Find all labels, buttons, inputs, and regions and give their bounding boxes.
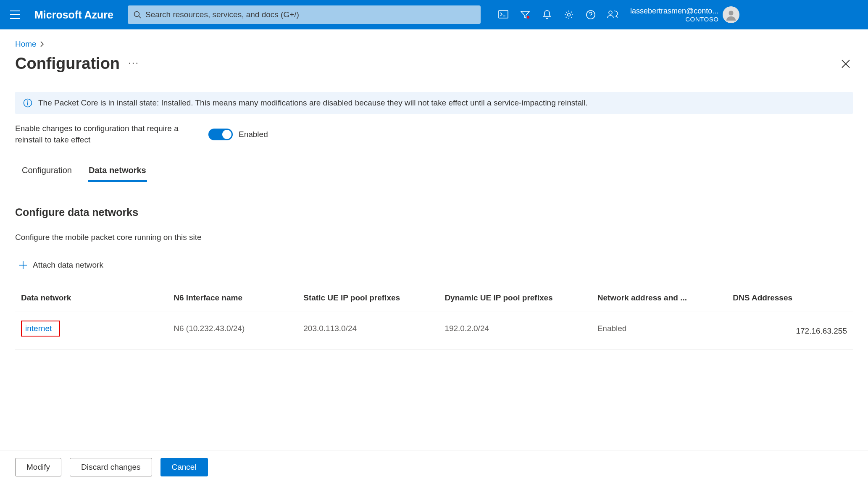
col-static-ue[interactable]: Static UE IP pool prefixes bbox=[303, 293, 440, 302]
chevron-right-icon bbox=[40, 41, 44, 47]
tabs: Configuration Data networks bbox=[15, 162, 853, 182]
svg-line-1 bbox=[139, 16, 141, 18]
col-dynamic-ue[interactable]: Dynamic UE IP pool prefixes bbox=[445, 293, 593, 302]
close-icon[interactable] bbox=[839, 57, 853, 71]
info-banner-text: The Packet Core is in install state: Ins… bbox=[38, 98, 588, 108]
settings-icon[interactable] bbox=[559, 5, 579, 25]
cancel-button[interactable]: Cancel bbox=[160, 458, 208, 476]
directory-filter-icon[interactable] bbox=[515, 5, 535, 25]
table-row: internet N6 (10.232.43.0/24) 203.0.113.0… bbox=[15, 311, 853, 350]
info-icon bbox=[23, 98, 32, 108]
svg-point-3 bbox=[527, 16, 529, 18]
svg-point-6 bbox=[609, 11, 612, 14]
avatar[interactable] bbox=[723, 6, 739, 23]
help-icon[interactable] bbox=[581, 5, 601, 25]
top-bar: Microsoft Azure lassebertrasmen@conto... bbox=[0, 0, 868, 29]
col-dns[interactable]: DNS Addresses bbox=[733, 293, 847, 302]
col-data-network[interactable]: Data network bbox=[21, 293, 169, 302]
col-nat[interactable]: Network address and ... bbox=[597, 293, 729, 302]
cell-dns: 172.16.63.255 bbox=[733, 321, 847, 336]
breadcrumb: Home bbox=[15, 39, 853, 49]
svg-point-4 bbox=[567, 13, 570, 16]
svg-rect-2 bbox=[499, 11, 508, 18]
cell-n6: N6 (10.232.43.0/24) bbox=[174, 324, 299, 333]
tab-data-networks[interactable]: Data networks bbox=[88, 162, 147, 182]
data-network-link[interactable]: internet bbox=[21, 321, 60, 337]
page-title: Configuration bbox=[15, 55, 120, 73]
enable-changes-label: Enable changes to configuration that req… bbox=[15, 123, 183, 145]
svg-rect-10 bbox=[27, 103, 28, 105]
attach-data-network-label: Attach data network bbox=[33, 260, 103, 270]
footer-actions: Modify Discard changes Cancel bbox=[0, 450, 868, 484]
enable-changes-state: Enabled bbox=[239, 130, 268, 139]
menu-icon[interactable] bbox=[5, 11, 25, 19]
tab-configuration[interactable]: Configuration bbox=[21, 162, 73, 182]
feedback-icon[interactable] bbox=[602, 5, 623, 25]
discard-button[interactable]: Discard changes bbox=[70, 458, 152, 476]
brand-label[interactable]: Microsoft Azure bbox=[29, 9, 124, 21]
account-email: lassebertrasmen@conto... bbox=[630, 7, 718, 16]
modify-button[interactable]: Modify bbox=[15, 458, 61, 476]
svg-point-9 bbox=[27, 100, 29, 102]
svg-point-7 bbox=[729, 11, 734, 16]
cloud-shell-icon[interactable] bbox=[493, 5, 513, 25]
more-icon[interactable]: ··· bbox=[128, 57, 139, 71]
notifications-icon[interactable] bbox=[537, 5, 557, 25]
cell-dynamic: 192.0.2.0/24 bbox=[445, 324, 593, 333]
account-control[interactable]: lassebertrasmen@conto... CONTOSO bbox=[630, 6, 741, 23]
svg-point-0 bbox=[134, 12, 139, 17]
data-networks-table: Data network N6 interface name Static UE… bbox=[15, 293, 853, 350]
info-banner: The Packet Core is in install state: Ins… bbox=[15, 92, 853, 114]
attach-data-network-button[interactable]: Attach data network bbox=[15, 258, 107, 272]
search-icon bbox=[134, 11, 141, 18]
table-header: Data network N6 interface name Static UE… bbox=[15, 293, 853, 311]
section-description: Configure the mobile packet core running… bbox=[15, 233, 853, 242]
search-box[interactable] bbox=[128, 5, 481, 24]
breadcrumb-home[interactable]: Home bbox=[15, 39, 37, 49]
search-input[interactable] bbox=[145, 10, 475, 19]
cell-nat: Enabled bbox=[597, 324, 729, 333]
plus-icon bbox=[18, 260, 28, 270]
section-title: Configure data networks bbox=[15, 206, 853, 218]
topbar-icons bbox=[493, 5, 623, 25]
cell-static: 203.0.113.0/24 bbox=[303, 324, 440, 333]
enable-changes-toggle[interactable] bbox=[208, 129, 233, 140]
account-tenant: CONTOSO bbox=[685, 16, 718, 23]
col-n6-name[interactable]: N6 interface name bbox=[174, 293, 299, 302]
